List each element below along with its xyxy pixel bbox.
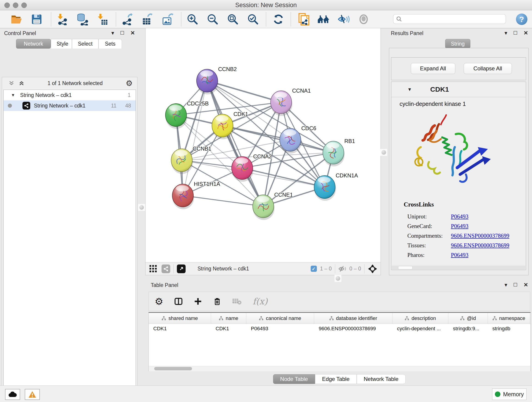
help-button[interactable]: ? [515,13,528,26]
table-cell[interactable]: P06493 [246,324,314,334]
tab-network[interactable]: Network [16,39,51,49]
tab-string[interactable]: String [445,39,470,49]
network-edge-CCNB2-CCNE1[interactable] [207,81,263,206]
tab-network-table[interactable]: Network Table [357,374,406,384]
protein-header[interactable]: ▼ CDK1 [391,82,526,97]
crosslink-link[interactable]: 9606.ENSP00000378699 [451,233,509,239]
network-collection-row[interactable]: ▼ String Network – cdk1 1 [4,90,136,100]
tab-node-table[interactable]: Node Table [273,374,315,384]
network-panel-box: 1 of 1 Network selected ⚙ ▼ String Netwo… [2,77,138,402]
network-node-CCNB2[interactable]: CCNB2 [196,66,237,95]
show-hide-graphics-button[interactable] [317,13,330,26]
network-node-CCNE1[interactable]: CCNE1 [253,191,293,220]
left-splitter-handle[interactable] [138,204,145,211]
table-options-gear-icon[interactable]: ⚙ [155,296,163,307]
add-column-icon[interactable] [194,297,202,306]
scrollbar-thumb[interactable] [154,367,192,370]
column-header-canonical-name[interactable]: canonical name [246,313,314,324]
tab-select[interactable]: Select [72,39,99,49]
zoom-fit-button[interactable] [227,13,239,26]
crosslink-link[interactable]: 9606.ENSP00000378699 [451,242,509,249]
collapse-all-button[interactable]: Collapse All [464,63,512,74]
tab-sets[interactable]: Sets [99,39,122,49]
network-overview-icon[interactable] [162,264,170,273]
crosslink-link[interactable]: P06493 [451,223,468,230]
column-header-database-identifier[interactable]: database identifier [314,313,393,324]
table-cell[interactable]: CDK1 [149,324,211,334]
results-panel-close-icon[interactable]: ✕ [524,30,528,36]
detach-view-icon[interactable] [177,264,186,273]
right-splitter-handle[interactable] [380,149,387,156]
network-options-gear-icon[interactable]: ⚙ [126,79,133,88]
zoom-out-button[interactable] [206,13,219,26]
network-edge-CCNB2-HIST1H1A[interactable] [183,81,207,196]
network-node-HIST1H1A[interactable]: HIST1H1A [172,181,220,209]
network-node-CCNB1[interactable]: CCNB1 [171,146,211,174]
table-horizontal-scrollbar[interactable] [149,366,530,371]
search-input[interactable] [402,16,499,22]
fit-selected-crosshair-icon[interactable] [368,264,377,274]
control-panel-close-icon[interactable]: ✕ [130,30,135,36]
import-table-button[interactable] [96,13,109,26]
expand-all-icon[interactable] [19,80,25,86]
selected-checkbox-icon[interactable]: ✓ [311,266,317,272]
column-header-namespace[interactable]: namespace [488,313,530,324]
column-header--id[interactable]: @id [448,313,488,324]
table-panel-float-icon[interactable]: ☐ [513,282,518,288]
control-panel-menu-icon[interactable]: ▾ [111,30,114,36]
column-header-description[interactable]: description [393,313,448,324]
warnings-button[interactable] [25,389,40,400]
crosslink-link[interactable]: P06493 [451,213,468,220]
network-node-CDKN1A[interactable]: CDKN1A [314,172,358,201]
results-panel-menu-icon[interactable]: ▾ [505,30,507,36]
network-node-CCNA2[interactable]: CCNA2 [232,153,272,182]
expand-all-button[interactable]: Expand All [411,63,455,74]
control-panel-float-icon[interactable]: ☐ [120,30,124,36]
table-cell[interactable]: 9606.ENSP00000378699 [314,324,393,334]
hide-details-button[interactable] [337,13,350,26]
tab-style[interactable]: Style [51,39,72,49]
table-panel-close-icon[interactable]: ✕ [524,282,528,288]
results-horizontal-scrollbar[interactable] [392,266,525,269]
network-graph[interactable]: CCNB2CCNA1CDC25BCDK1CDC6RB1CCNB1CCNA2CDK… [146,28,380,262]
save-session-button[interactable] [31,13,43,26]
show-columns-icon[interactable] [174,297,183,306]
import-network-from-database-button[interactable] [76,13,88,26]
table-cell[interactable]: CDK1 [211,324,246,334]
table-row[interactable]: CDK1CDK1P064939606.ENSP00000378699cyclin… [149,324,530,334]
cloud-status-button[interactable] [5,389,20,400]
column-header-shared-name[interactable]: shared name [149,313,211,324]
first-neighbors-button[interactable] [297,13,309,26]
zoom-selected-button[interactable] [247,13,259,26]
import-network-button[interactable] [56,13,69,26]
table-panel-menu-icon[interactable]: ▾ [505,282,507,288]
table-cell[interactable]: cyclin-dependent ... [393,324,448,334]
table-cell[interactable]: stringdb [488,324,530,334]
network-edge-CDK1-RB1[interactable] [222,126,333,153]
protein-collapse-icon[interactable]: ▼ [407,87,412,92]
open-session-button[interactable] [10,13,23,26]
collapse-all-icon[interactable] [8,80,14,86]
birdseye-grid-icon[interactable] [149,265,157,273]
network-row[interactable]: String Network – cdk1 11 48 [4,100,136,111]
memory-button[interactable]: Memory [492,389,526,400]
table-cell[interactable]: stringdb:9... [448,324,488,334]
export-image-button[interactable] [162,13,174,26]
network-node-RB1[interactable]: RB1 [323,138,355,166]
horizontal-splitter-handle[interactable] [335,275,341,282]
results-panel-float-icon[interactable]: ☐ [513,30,518,36]
crosslink-link[interactable]: P06493 [451,252,468,258]
search-field[interactable] [393,14,506,24]
column-header-name[interactable]: name [211,313,246,324]
collection-expand-icon[interactable]: ▼ [11,93,15,98]
apply-layout-button[interactable] [272,13,285,26]
scrollbar-thumb[interactable] [398,266,412,269]
tab-edge-table[interactable]: Edge Table [315,374,357,384]
export-network-button[interactable] [121,13,133,26]
network-edge-HIST1H1A-CCNE1[interactable] [183,196,263,206]
zoom-in-button[interactable] [186,13,199,26]
network-node-CDC25B[interactable]: CDC25B [165,100,209,129]
show-details-button[interactable] [357,13,370,26]
delete-column-icon[interactable] [213,297,222,306]
export-table-button[interactable] [141,13,153,26]
